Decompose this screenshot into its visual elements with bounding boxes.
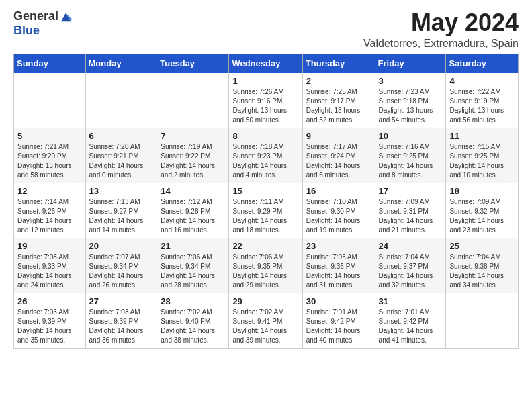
day-number: 19	[17, 241, 82, 251]
calendar-cell	[157, 73, 229, 128]
day-info: Sunrise: 7:05 AMSunset: 9:36 PMDaylight:…	[306, 253, 371, 290]
calendar-cell: 24Sunrise: 7:04 AMSunset: 9:37 PMDayligh…	[375, 238, 446, 293]
day-info: Sunrise: 7:02 AMSunset: 9:40 PMDaylight:…	[161, 308, 225, 345]
day-info: Sunrise: 7:19 AMSunset: 9:22 PMDaylight:…	[161, 142, 225, 180]
calendar-cell: 28Sunrise: 7:02 AMSunset: 9:40 PMDayligh…	[157, 293, 229, 348]
day-number: 23	[306, 241, 371, 251]
calendar-cell: 8Sunrise: 7:18 AMSunset: 9:23 PMDaylight…	[229, 128, 302, 183]
calendar-cell: 4Sunrise: 7:22 AMSunset: 9:19 PMDaylight…	[446, 73, 519, 128]
day-info: Sunrise: 7:21 AMSunset: 9:20 PMDaylight:…	[17, 142, 82, 180]
calendar-cell: 10Sunrise: 7:16 AMSunset: 9:25 PMDayligh…	[375, 128, 446, 183]
day-number: 28	[161, 296, 225, 306]
day-number: 31	[379, 296, 443, 306]
calendar-cell: 29Sunrise: 7:02 AMSunset: 9:41 PMDayligh…	[229, 293, 302, 348]
day-info: Sunrise: 7:16 AMSunset: 9:25 PMDaylight:…	[379, 142, 443, 180]
day-info: Sunrise: 7:08 AMSunset: 9:33 PMDaylight:…	[17, 253, 82, 290]
day-info: Sunrise: 7:01 AMSunset: 9:42 PMDaylight:…	[379, 308, 443, 345]
calendar-cell: 16Sunrise: 7:10 AMSunset: 9:30 PMDayligh…	[302, 183, 375, 238]
day-info: Sunrise: 7:14 AMSunset: 9:26 PMDaylight:…	[17, 197, 82, 235]
calendar-wrapper: Sunday Monday Tuesday Wednesday Thursday…	[0, 54, 532, 355]
day-info: Sunrise: 7:15 AMSunset: 9:25 PMDaylight:…	[449, 142, 515, 180]
logo: General Blue	[13, 9, 72, 38]
day-number: 22	[232, 241, 298, 251]
calendar-cell: 7Sunrise: 7:19 AMSunset: 9:22 PMDaylight…	[157, 128, 229, 183]
day-info: Sunrise: 7:20 AMSunset: 9:21 PMDaylight:…	[89, 142, 154, 180]
calendar-cell: 12Sunrise: 7:14 AMSunset: 9:26 PMDayligh…	[14, 183, 86, 238]
day-number: 15	[232, 186, 298, 196]
calendar-cell: 18Sunrise: 7:09 AMSunset: 9:32 PMDayligh…	[446, 183, 519, 238]
day-info: Sunrise: 7:11 AMSunset: 9:29 PMDaylight:…	[232, 197, 298, 235]
col-monday: Monday	[85, 54, 157, 73]
day-number: 4	[449, 76, 515, 86]
day-info: Sunrise: 7:10 AMSunset: 9:30 PMDaylight:…	[306, 197, 371, 235]
day-number: 17	[379, 186, 443, 196]
calendar-table: Sunday Monday Tuesday Wednesday Thursday…	[13, 54, 519, 349]
day-info: Sunrise: 7:04 AMSunset: 9:38 PMDaylight:…	[449, 253, 515, 290]
calendar-cell: 11Sunrise: 7:15 AMSunset: 9:25 PMDayligh…	[446, 128, 519, 183]
calendar-cell: 21Sunrise: 7:06 AMSunset: 9:34 PMDayligh…	[157, 238, 229, 293]
day-info: Sunrise: 7:04 AMSunset: 9:37 PMDaylight:…	[379, 253, 443, 290]
day-number: 2	[306, 76, 371, 86]
day-info: Sunrise: 7:03 AMSunset: 9:39 PMDaylight:…	[17, 308, 82, 345]
day-number: 18	[449, 186, 515, 196]
day-number: 21	[161, 241, 225, 251]
calendar-cell: 22Sunrise: 7:06 AMSunset: 9:35 PMDayligh…	[229, 238, 302, 293]
calendar-cell: 27Sunrise: 7:03 AMSunset: 9:39 PMDayligh…	[85, 293, 157, 348]
col-thursday: Thursday	[302, 54, 375, 73]
calendar-week-row: 1Sunrise: 7:26 AMSunset: 9:16 PMDaylight…	[14, 73, 519, 128]
day-info: Sunrise: 7:06 AMSunset: 9:34 PMDaylight:…	[161, 253, 225, 290]
day-info: Sunrise: 7:13 AMSunset: 9:27 PMDaylight:…	[89, 197, 154, 235]
day-number: 30	[306, 296, 371, 306]
calendar-cell: 3Sunrise: 7:23 AMSunset: 9:18 PMDaylight…	[375, 73, 446, 128]
day-info: Sunrise: 7:09 AMSunset: 9:32 PMDaylight:…	[449, 197, 515, 235]
day-number: 12	[17, 186, 82, 196]
day-number: 5	[17, 131, 82, 141]
day-info: Sunrise: 7:03 AMSunset: 9:39 PMDaylight:…	[89, 308, 154, 345]
day-info: Sunrise: 7:06 AMSunset: 9:35 PMDaylight:…	[232, 253, 298, 290]
calendar-cell	[446, 293, 519, 348]
calendar-cell: 13Sunrise: 7:13 AMSunset: 9:27 PMDayligh…	[85, 183, 157, 238]
calendar-week-row: 19Sunrise: 7:08 AMSunset: 9:33 PMDayligh…	[14, 238, 519, 293]
day-info: Sunrise: 7:12 AMSunset: 9:28 PMDaylight:…	[161, 197, 225, 235]
day-info: Sunrise: 7:02 AMSunset: 9:41 PMDaylight:…	[232, 308, 298, 345]
day-number: 13	[89, 186, 154, 196]
calendar-cell	[14, 73, 86, 128]
col-tuesday: Tuesday	[157, 54, 229, 73]
logo-icon	[60, 11, 72, 23]
col-wednesday: Wednesday	[229, 54, 302, 73]
logo-general-text: General	[13, 9, 58, 24]
header: General Blue May 2024 Valdetorres, Extre…	[0, 0, 532, 54]
day-number: 24	[379, 241, 443, 251]
calendar-cell: 15Sunrise: 7:11 AMSunset: 9:29 PMDayligh…	[229, 183, 302, 238]
day-info: Sunrise: 7:18 AMSunset: 9:23 PMDaylight:…	[232, 142, 298, 180]
day-info: Sunrise: 7:25 AMSunset: 9:17 PMDaylight:…	[306, 87, 371, 125]
day-number: 11	[449, 131, 515, 141]
month-title: May 2024	[363, 9, 519, 36]
day-number: 26	[17, 296, 82, 306]
col-sunday: Sunday	[14, 54, 86, 73]
day-number: 7	[161, 131, 225, 141]
day-info: Sunrise: 7:23 AMSunset: 9:18 PMDaylight:…	[379, 87, 443, 125]
calendar-cell: 1Sunrise: 7:26 AMSunset: 9:16 PMDaylight…	[229, 73, 302, 128]
calendar-cell: 20Sunrise: 7:07 AMSunset: 9:34 PMDayligh…	[85, 238, 157, 293]
day-number: 14	[161, 186, 225, 196]
day-number: 27	[89, 296, 154, 306]
calendar-cell: 19Sunrise: 7:08 AMSunset: 9:33 PMDayligh…	[14, 238, 86, 293]
calendar-cell: 23Sunrise: 7:05 AMSunset: 9:36 PMDayligh…	[302, 238, 375, 293]
day-info: Sunrise: 7:26 AMSunset: 9:16 PMDaylight:…	[232, 87, 298, 125]
calendar-cell: 5Sunrise: 7:21 AMSunset: 9:20 PMDaylight…	[14, 128, 86, 183]
calendar-week-row: 26Sunrise: 7:03 AMSunset: 9:39 PMDayligh…	[14, 293, 519, 348]
day-number: 9	[306, 131, 371, 141]
calendar-cell: 6Sunrise: 7:20 AMSunset: 9:21 PMDaylight…	[85, 128, 157, 183]
day-number: 6	[89, 131, 154, 141]
calendar-cell: 26Sunrise: 7:03 AMSunset: 9:39 PMDayligh…	[14, 293, 86, 348]
day-info: Sunrise: 7:09 AMSunset: 9:31 PMDaylight:…	[379, 197, 443, 235]
day-number: 16	[306, 186, 371, 196]
calendar-cell: 30Sunrise: 7:01 AMSunset: 9:42 PMDayligh…	[302, 293, 375, 348]
day-info: Sunrise: 7:07 AMSunset: 9:34 PMDaylight:…	[89, 253, 154, 290]
calendar-cell: 9Sunrise: 7:17 AMSunset: 9:24 PMDaylight…	[302, 128, 375, 183]
day-info: Sunrise: 7:01 AMSunset: 9:42 PMDaylight:…	[306, 308, 371, 345]
day-number: 8	[232, 131, 298, 141]
col-saturday: Saturday	[446, 54, 519, 73]
day-number: 1	[232, 76, 298, 86]
